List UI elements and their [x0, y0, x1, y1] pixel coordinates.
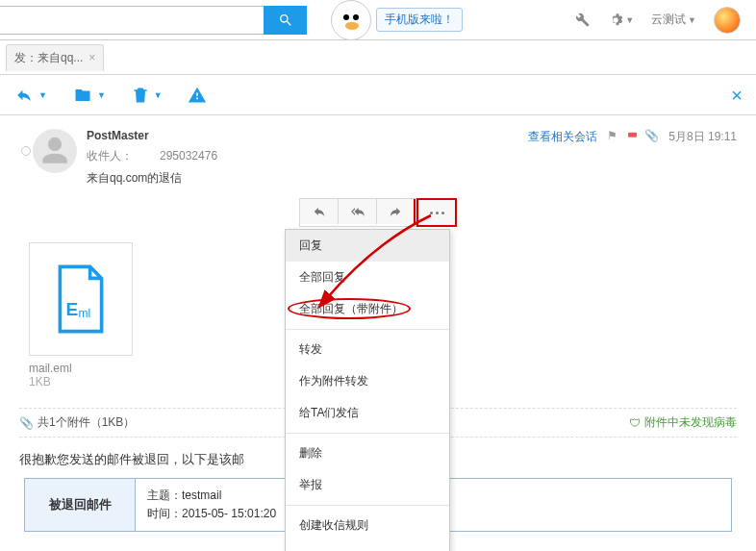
menu-report[interactable]: 举报 [286, 469, 449, 501]
attachment-count: 共1个附件（1KB） [38, 414, 135, 431]
reply-button-group [299, 198, 416, 227]
menu-forward-as-attachment[interactable]: 作为附件转发 [286, 365, 449, 397]
attachment-name: mail.eml [29, 362, 133, 375]
subject-line: 来自qq.com的退信 [87, 170, 528, 187]
bounce-heading: 被退回邮件 [25, 479, 136, 531]
search-button[interactable] [264, 6, 307, 35]
sender-avatar [33, 129, 77, 173]
message-date: 5月8日 19:11 [668, 129, 737, 145]
tip-bubble[interactable]: 手机版来啦！ [376, 8, 463, 32]
menu-reply-all-attachment[interactable]: 全部回复（带附件） [286, 293, 449, 325]
svg-text:ml: ml [79, 307, 91, 320]
cloud-test-label: 云测试 [651, 12, 686, 28]
tab-label: 发：来自qq... [14, 50, 83, 66]
warn-button[interactable] [188, 86, 207, 105]
priority-icon: ■■ [627, 129, 635, 139]
menu-print[interactable]: 打印邮件 [286, 541, 449, 551]
menu-create-rule[interactable]: 创建收信规则 [286, 510, 449, 541]
more-actions-button[interactable] [416, 198, 457, 227]
sender-name: PostMaster [87, 129, 528, 142]
panel-close-button[interactable]: × [731, 86, 743, 105]
menu-send-to-ta[interactable]: 给TA们发信 [286, 397, 449, 429]
attachment-block[interactable]: Eml mail.eml 1KB [29, 242, 133, 388]
mail-toolbar: ▼ ▼ ▼ × [0, 75, 756, 115]
delete-dropdown-button[interactable]: ▼ [131, 86, 163, 105]
settings-dropdown[interactable]: ▼ [608, 13, 634, 28]
reply-button-row [0, 198, 756, 227]
attachment-size: 1KB [29, 375, 133, 388]
flag-icon[interactable]: ⚑ [607, 129, 617, 142]
recipients-value: 295032476 [160, 149, 217, 163]
related-conv-link[interactable]: 查看相关会话 [528, 129, 597, 145]
menu-reply-all[interactable]: 全部回复 [286, 262, 449, 293]
reply-button[interactable] [300, 199, 339, 224]
topbar-right: ▼ 云测试▼ [575, 7, 756, 34]
bounce-time-label: 时间： [147, 507, 182, 520]
message-header: PostMaster 收件人：295032476 来自qq.com的退信 查看相… [0, 115, 756, 192]
top-bar: 手机版来啦！ ▼ 云测试▼ [0, 0, 756, 40]
tab-mail[interactable]: 发：来自qq... × [6, 44, 104, 71]
more-actions-menu: 回复 全部回复 全部回复（带附件） 转发 作为附件转发 给TA们发信 删除 举报… [285, 229, 450, 551]
svg-text:E: E [65, 299, 78, 319]
search-icon [278, 13, 293, 28]
search-input[interactable] [0, 6, 264, 35]
virus-scan-label: 附件中未发现病毒 [644, 414, 737, 431]
forward-button[interactable] [377, 199, 416, 224]
tab-bar: 发：来自qq... × [0, 40, 756, 75]
menu-forward[interactable]: 转发 [286, 334, 449, 365]
paperclip-icon: 📎 [19, 416, 34, 430]
menu-reply[interactable]: 回复 [286, 230, 449, 262]
attachment-thumb: Eml [29, 242, 133, 356]
bounce-subject-label: 主题： [147, 488, 182, 502]
wrench-icon[interactable] [575, 13, 591, 28]
menu-delete[interactable]: 删除 [286, 438, 449, 469]
user-avatar[interactable] [714, 7, 741, 34]
bounce-time-value: 2015-05- 15:01:20 [182, 507, 276, 520]
reply-all-button[interactable] [339, 199, 377, 224]
cloud-test-link[interactable]: 云测试▼ [651, 12, 696, 28]
search-box [0, 0, 307, 40]
read-marker[interactable] [19, 129, 33, 187]
folder-dropdown-button[interactable]: ▼ [72, 87, 106, 104]
tab-close-icon[interactable]: × [88, 51, 95, 64]
recipients-label: 收件人： [87, 149, 133, 163]
bounce-subject-value: testmail [182, 488, 221, 502]
message-header-right: 查看相关会话 ⚑ ■■ 📎 5月8日 19:11 [528, 129, 737, 187]
bounce-details: 主题：testmail 时间：2015-05- 15:01:20 [136, 479, 288, 531]
message-meta: PostMaster 收件人：295032476 来自qq.com的退信 [87, 129, 528, 187]
shield-icon: 🛡 [629, 416, 641, 430]
attachment-icon: 📎 [644, 129, 659, 142]
mascot-icon [331, 0, 371, 40]
reply-dropdown-button[interactable]: ▼ [13, 87, 47, 104]
